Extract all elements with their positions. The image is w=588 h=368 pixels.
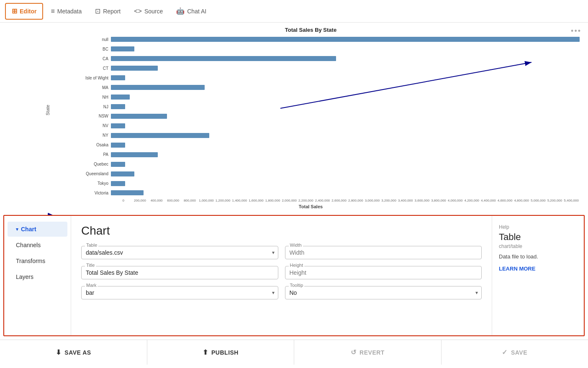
x-tick: 3,600,000 xyxy=(414,199,431,202)
x-tick: 0 xyxy=(115,199,132,202)
x-tick: 600,000 xyxy=(165,199,182,202)
x-tick: 1,800,000 xyxy=(264,199,281,202)
x-tick: 1,200,000 xyxy=(215,199,231,202)
x-tick: 4,400,000 xyxy=(480,199,497,202)
tab-source[interactable]: <> Source xyxy=(128,3,169,20)
x-tick: 2,200,000 xyxy=(298,199,314,202)
x-tick: 2,800,000 xyxy=(347,199,364,202)
bar-row: BC xyxy=(80,46,580,53)
table-label: Table xyxy=(85,243,98,248)
bar-track xyxy=(111,181,580,186)
bar-track xyxy=(111,162,580,167)
learn-more-link[interactable]: LEARN MORE xyxy=(499,266,535,272)
chart-area: Total Sales By State ••• State nullBCCAC… xyxy=(0,23,588,215)
bar-row: NV xyxy=(80,122,580,129)
x-tick: 400,000 xyxy=(148,199,165,202)
bar-fill xyxy=(111,171,134,176)
tooltip-label: Tooltip xyxy=(289,283,305,288)
bar-label: PA xyxy=(80,152,111,157)
sidebar-item-channels[interactable]: Channels xyxy=(8,238,67,253)
bar-track xyxy=(111,114,580,119)
x-axis-ticks: 0200,000400,000600,000800,0001,000,0001,… xyxy=(115,199,580,202)
help-label: Help xyxy=(499,224,577,230)
bar-label: NJ xyxy=(80,105,111,109)
bar-row: Tokyo xyxy=(80,180,580,187)
bar-track xyxy=(111,152,580,157)
bar-label: CT xyxy=(80,66,111,71)
chevron-down-icon: ▾ xyxy=(16,227,18,232)
mark-select[interactable]: bar xyxy=(86,289,274,296)
bar-track xyxy=(111,85,580,90)
save-icon: ✓ xyxy=(502,348,508,356)
chart-options-button[interactable]: ••• xyxy=(571,27,581,36)
y-axis-label: State xyxy=(44,35,51,185)
publish-button[interactable]: ⬆ PUBLISH xyxy=(147,340,295,365)
editor-panel: ▾ Chart Channels Transforms Layers Chart… xyxy=(3,215,585,336)
bar-label: CA xyxy=(80,56,111,61)
width-input[interactable] xyxy=(290,249,478,256)
source-icon: <> xyxy=(134,8,142,15)
bar-label: Osaka xyxy=(80,143,111,147)
title-input[interactable] xyxy=(86,269,274,276)
tab-metadata[interactable]: ≡ Metadata xyxy=(45,3,87,20)
x-tick: 200,000 xyxy=(132,199,149,202)
chatai-icon: 🤖 xyxy=(176,7,185,15)
save-as-icon: ⬇ xyxy=(56,348,62,356)
x-tick: 5,000,000 xyxy=(530,199,547,202)
save-button[interactable]: ✓ SAVE xyxy=(442,340,588,365)
editor-icon: ⊞ xyxy=(12,7,17,15)
sidebar-item-layers[interactable]: Layers xyxy=(8,269,67,284)
bar-row: CA xyxy=(80,55,580,62)
bar-label: null xyxy=(80,37,111,42)
x-tick: 5,200,000 xyxy=(547,199,563,202)
bar-fill xyxy=(111,123,125,128)
help-panel: Help Table chart/table Data file to load… xyxy=(492,216,584,335)
bar-row: Victoria xyxy=(80,189,580,197)
height-input[interactable] xyxy=(290,269,478,276)
tab-editor[interactable]: ⊞ Editor xyxy=(5,3,43,20)
bar-fill xyxy=(111,114,167,119)
revert-button[interactable]: ↺ REVERT xyxy=(294,340,442,365)
publish-icon: ⬆ xyxy=(203,348,208,356)
bar-label: Queensland xyxy=(80,171,111,176)
bar-track xyxy=(111,66,580,71)
x-tick: 3,200,000 xyxy=(380,199,397,202)
bar-fill xyxy=(111,143,125,148)
bar-fill xyxy=(111,56,336,61)
bar-row: Quebec xyxy=(80,161,580,168)
bar-fill xyxy=(111,85,205,90)
sidebar-item-chart[interactable]: ▾ Chart xyxy=(8,222,67,237)
bar-row: Isle of Wight xyxy=(80,74,580,82)
bar-row: NY xyxy=(80,132,580,139)
help-description: Data file to load. xyxy=(499,253,577,260)
bar-row: Osaka xyxy=(80,141,580,148)
bar-label: Tokyo xyxy=(80,181,111,186)
x-axis-label: Total Sales xyxy=(42,204,580,209)
bar-track xyxy=(111,104,580,109)
mark-label: Mark xyxy=(85,283,98,288)
bar-track xyxy=(111,46,580,51)
x-tick: 800,000 xyxy=(182,199,198,202)
x-tick: 2,400,000 xyxy=(314,199,331,202)
x-tick: 1,400,000 xyxy=(231,199,248,202)
height-label: Height xyxy=(289,263,305,268)
bar-fill xyxy=(111,152,158,157)
editor-heading: Chart xyxy=(81,224,482,238)
tooltip-select[interactable]: No xyxy=(290,289,478,296)
width-label: Width xyxy=(289,243,303,248)
table-select[interactable]: data/sales.csv xyxy=(86,249,274,256)
tab-report[interactable]: ⊡ Report xyxy=(89,3,126,20)
bar-row: NSW xyxy=(80,112,580,120)
report-icon: ⊡ xyxy=(95,7,100,15)
x-tick: 4,600,000 xyxy=(497,199,514,202)
bar-label: BC xyxy=(80,47,111,51)
bar-fill xyxy=(111,37,580,42)
tab-chatai[interactable]: 🤖 Chat AI xyxy=(170,3,212,20)
bar-fill xyxy=(111,46,134,51)
save-as-button[interactable]: ⬇ SAVE AS xyxy=(0,340,147,365)
help-title: Table xyxy=(499,232,577,243)
bar-track xyxy=(111,56,580,61)
form-grid: Table data/sales.csv ▾ Width Title Heigh… xyxy=(81,246,482,299)
sidebar-item-transforms[interactable]: Transforms xyxy=(8,253,67,268)
width-field: Width xyxy=(285,246,482,259)
